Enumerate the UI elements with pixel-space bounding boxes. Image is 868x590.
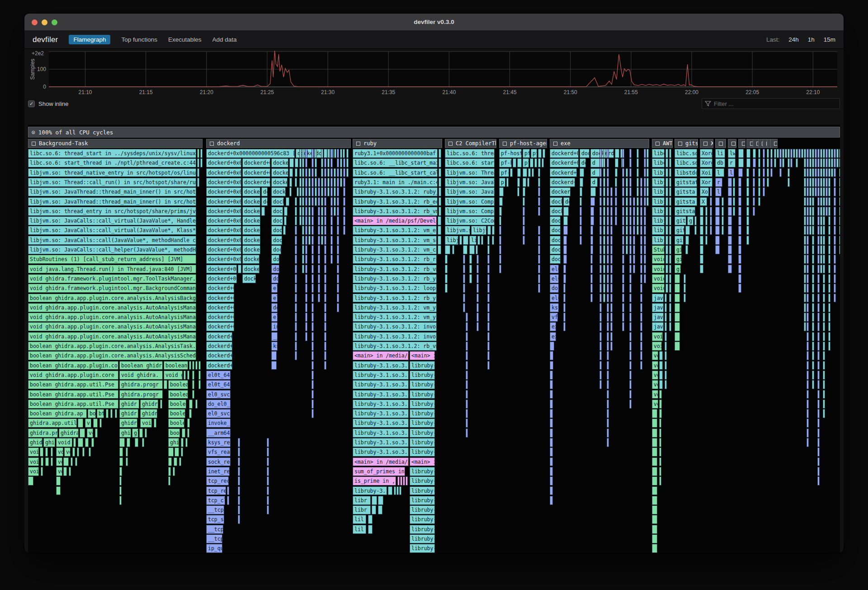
flame-cell[interactable] (804, 294, 806, 303)
flame-cell[interactable] (812, 322, 814, 331)
flame-cell[interactable]: libjvm.so: Co (445, 226, 470, 235)
flame-cell[interactable] (804, 187, 806, 196)
flame-cell[interactable] (763, 178, 765, 187)
flame-cell[interactable] (599, 332, 602, 341)
flame-cell[interactable] (295, 245, 297, 254)
flame-cell[interactable] (538, 168, 540, 177)
flame-cell[interactable] (324, 197, 326, 206)
flame-cell[interactable] (812, 216, 814, 225)
flame-cell[interactable] (665, 361, 667, 370)
flame-cell[interactable] (817, 447, 820, 457)
flame-cell[interactable] (340, 158, 342, 167)
flame-cell[interactable]: StubRoutines (1) [call_stub_return_addre… (28, 255, 196, 264)
collapse-icon[interactable] (774, 142, 778, 146)
flame-cell[interactable] (184, 371, 186, 380)
flame-cell[interactable] (812, 361, 814, 370)
flame-cell[interactable] (652, 534, 657, 543)
flame-cell[interactable] (110, 409, 113, 418)
flame-cell[interactable] (295, 216, 297, 225)
flame-cell[interactable] (836, 149, 839, 158)
flame-cell[interactable] (622, 284, 624, 293)
flame-cell[interactable] (807, 274, 809, 283)
flame-cell[interactable]: dockerd+0x0 (206, 294, 234, 303)
flame-cell[interactable] (659, 400, 662, 409)
flame-cell[interactable] (580, 197, 582, 206)
flame-cell[interactable] (807, 197, 809, 206)
flame-cell[interactable] (563, 255, 567, 264)
flame-cell[interactable]: libjvm. (652, 197, 665, 206)
thread-column-header[interactable]: gitsi (675, 139, 698, 148)
flame-cell[interactable] (826, 168, 828, 177)
flame-cell[interactable] (622, 158, 624, 167)
flame-cell[interactable] (343, 197, 345, 206)
flame-cell[interactable] (817, 149, 820, 158)
flame-cell[interactable] (299, 207, 302, 216)
flame-cell[interactable] (607, 149, 609, 158)
flame-cell[interactable]: libjvm.so: JavaThread::thread_main_inner… (28, 187, 196, 196)
flame-cell[interactable] (195, 361, 198, 370)
flame-cell[interactable] (817, 409, 820, 418)
flame-cell[interactable]: doc (271, 274, 278, 283)
flame-cell[interactable] (327, 149, 330, 158)
flame-cell[interactable] (330, 197, 333, 206)
flame-cell[interactable]: p (499, 178, 505, 187)
flame-cell[interactable] (826, 187, 828, 196)
flame-cell[interactable] (629, 226, 632, 235)
flame-cell[interactable] (315, 168, 317, 177)
flame-cell[interactable] (817, 438, 820, 447)
flame-cell[interactable] (189, 409, 192, 418)
flame-cell[interactable] (439, 149, 441, 158)
flame-cell[interactable]: el0_svc [K (206, 390, 231, 399)
flame-cell[interactable] (622, 274, 624, 283)
flame-cell[interactable] (542, 149, 545, 158)
collapse-icon[interactable] (731, 142, 736, 146)
flame-cell[interactable]: libc.sd (675, 158, 697, 167)
flame-cell[interactable] (738, 158, 744, 167)
flame-cell[interactable] (804, 178, 806, 187)
flame-cell[interactable] (629, 207, 632, 216)
flame-cell[interactable] (675, 322, 680, 331)
flame-cell[interactable] (466, 332, 468, 341)
flame-cell[interactable]: libruby-3.1.so.3.1.2: rb_y (353, 274, 437, 283)
collapse-icon[interactable] (719, 142, 723, 146)
flame-cell[interactable] (580, 178, 583, 187)
flame-cell[interactable] (607, 255, 609, 264)
flame-cell[interactable] (324, 265, 326, 274)
flame-cell[interactable]: bool (168, 428, 180, 438)
flame-cell[interactable] (659, 447, 661, 457)
flame-cell[interactable] (284, 216, 287, 225)
flame-cell[interactable] (640, 178, 642, 187)
flame-cell[interactable] (812, 371, 814, 380)
flame-cell[interactable] (607, 409, 609, 418)
flame-cell[interactable] (238, 496, 240, 505)
flame-cell[interactable] (538, 284, 540, 293)
flame-cell[interactable] (746, 187, 749, 196)
flame-cell[interactable] (599, 236, 602, 245)
flame-cell[interactable] (481, 236, 483, 245)
flame-cell[interactable] (823, 303, 825, 312)
flame-cell[interactable] (311, 168, 314, 177)
flame-cell[interactable] (820, 168, 822, 177)
flame-cell[interactable] (817, 226, 820, 235)
flame-cell[interactable] (528, 168, 531, 177)
flame-cell[interactable] (267, 467, 269, 476)
flame-cell[interactable] (831, 158, 833, 167)
flame-cell[interactable] (607, 313, 609, 322)
flame-cell[interactable] (327, 168, 330, 177)
flame-cell[interactable] (834, 149, 836, 158)
flame-cell[interactable] (812, 197, 814, 206)
flame-cell[interactable] (610, 322, 613, 331)
flame-cell[interactable] (603, 158, 605, 167)
flame-cell[interactable] (665, 351, 667, 360)
flame-cell[interactable]: is_prime in , i (353, 476, 396, 485)
flame-cell[interactable]: pf- (499, 168, 509, 177)
collapse-icon[interactable] (448, 142, 453, 146)
flame-cell[interactable]: li (715, 149, 725, 158)
flame-cell[interactable] (644, 265, 646, 274)
flame-cell[interactable]: ruby3.1: main in ./main.c:47 (353, 178, 438, 187)
flame-cell[interactable]: libc.so.6: thread_start in (445, 149, 495, 158)
flame-cell[interactable]: boolean (168, 400, 186, 409)
flame-cell[interactable] (610, 197, 613, 206)
flame-cell[interactable] (738, 255, 741, 264)
flame-cell[interactable] (550, 496, 553, 505)
